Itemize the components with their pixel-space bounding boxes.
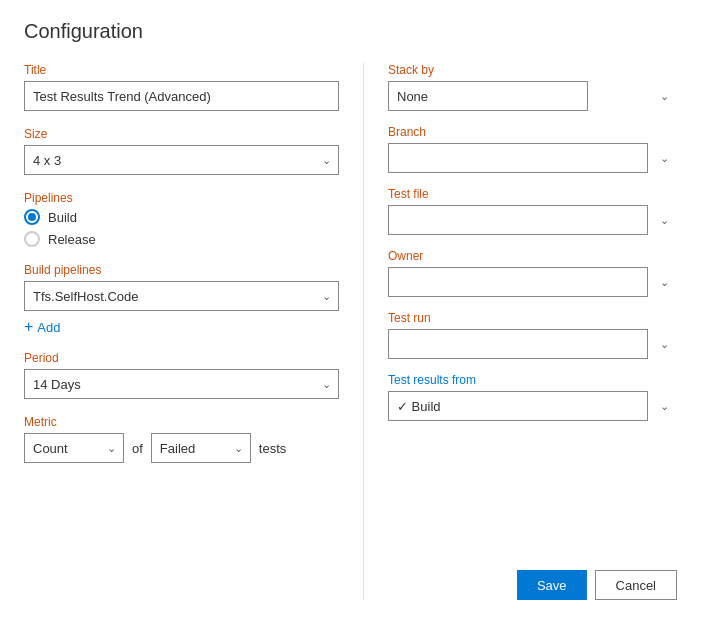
save-button[interactable]: Save xyxy=(517,570,587,600)
period-label: Period xyxy=(24,351,339,365)
pipeline-release-label: Release xyxy=(48,232,96,247)
branch-select-wrapper: ⌄ xyxy=(388,143,677,173)
test-results-from-section: Test results from ✓ Build Release ⌄ xyxy=(388,373,677,421)
test-run-section: Test run ⌄ xyxy=(388,311,677,359)
add-icon: + xyxy=(24,319,33,335)
stack-by-select-wrapper: None Priority Outcome ⌄ xyxy=(388,81,677,111)
owner-section: Owner ⌄ xyxy=(388,249,677,297)
size-select-wrapper: 4 x 3 1 x 1 2 x 1 2 x 2 3 x 2 5 x 4 ⌄ xyxy=(24,145,339,175)
pipeline-build-label: Build xyxy=(48,210,77,225)
test-run-label: Test run xyxy=(388,311,677,325)
metric-count-wrapper: Count Duration ⌄ xyxy=(24,433,124,463)
owner-select-wrapper: ⌄ xyxy=(388,267,677,297)
branch-label: Branch xyxy=(388,125,677,139)
metric-failed-wrapper: Failed Passed Total ⌄ xyxy=(151,433,251,463)
test-run-select[interactable] xyxy=(388,329,648,359)
period-select[interactable]: 14 Days 7 Days 30 Days 60 Days xyxy=(24,369,339,399)
title-label: Title xyxy=(24,63,339,77)
stack-by-chevron-icon: ⌄ xyxy=(660,90,669,103)
size-select[interactable]: 4 x 3 1 x 1 2 x 1 2 x 2 3 x 2 5 x 4 xyxy=(24,145,339,175)
test-run-select-wrapper: ⌄ xyxy=(388,329,677,359)
period-section: Period 14 Days 7 Days 30 Days 60 Days ⌄ xyxy=(24,351,339,399)
pipelines-label: Pipelines xyxy=(24,191,339,205)
test-results-from-select[interactable]: ✓ Build Release xyxy=(388,391,648,421)
build-pipeline-select[interactable]: Tfs.SelfHost.Code xyxy=(24,281,339,311)
title-input[interactable] xyxy=(24,81,339,111)
branch-chevron-icon: ⌄ xyxy=(660,152,669,165)
test-results-from-label: Test results from xyxy=(388,373,677,387)
stack-by-label: Stack by xyxy=(388,63,677,77)
metric-row: Count Duration ⌄ of Failed Passed Total … xyxy=(24,433,339,463)
test-results-from-chevron-icon: ⌄ xyxy=(660,400,669,413)
metric-count-select[interactable]: Count Duration xyxy=(24,433,124,463)
stack-by-section: Stack by None Priority Outcome ⌄ xyxy=(388,63,677,111)
add-label: Add xyxy=(37,320,60,335)
test-run-chevron-icon: ⌄ xyxy=(660,338,669,351)
metric-tests-text: tests xyxy=(259,441,286,456)
cancel-button[interactable]: Cancel xyxy=(595,570,677,600)
pipeline-release-radio[interactable] xyxy=(24,231,40,247)
build-pipelines-section: Build pipelines Tfs.SelfHost.Code ⌄ + Ad… xyxy=(24,263,339,335)
build-pipelines-label: Build pipelines xyxy=(24,263,339,277)
add-pipeline-button[interactable]: + Add xyxy=(24,319,339,335)
metric-section: Metric Count Duration ⌄ of Failed Passed xyxy=(24,415,339,463)
size-field-section: Size 4 x 3 1 x 1 2 x 1 2 x 2 3 x 2 5 x 4… xyxy=(24,127,339,175)
branch-select[interactable] xyxy=(388,143,648,173)
test-file-chevron-icon: ⌄ xyxy=(660,214,669,227)
owner-label: Owner xyxy=(388,249,677,263)
test-file-select[interactable] xyxy=(388,205,648,235)
pipeline-radio-group: Build Release xyxy=(24,209,339,247)
branch-section: Branch ⌄ xyxy=(388,125,677,173)
stack-by-select[interactable]: None Priority Outcome xyxy=(388,81,588,111)
pipeline-build-radio[interactable] xyxy=(24,209,40,225)
period-select-wrapper: 14 Days 7 Days 30 Days 60 Days ⌄ xyxy=(24,369,339,399)
footer-buttons: Save Cancel xyxy=(388,562,677,600)
pipeline-release-option[interactable]: Release xyxy=(24,231,339,247)
metric-failed-select[interactable]: Failed Passed Total xyxy=(151,433,251,463)
page-title: Configuration xyxy=(24,20,677,43)
test-file-select-wrapper: ⌄ xyxy=(388,205,677,235)
metric-of-text: of xyxy=(132,441,143,456)
test-file-label: Test file xyxy=(388,187,677,201)
owner-chevron-icon: ⌄ xyxy=(660,276,669,289)
metric-label: Metric xyxy=(24,415,339,429)
owner-select[interactable] xyxy=(388,267,648,297)
pipelines-section: Pipelines Build Release xyxy=(24,191,339,247)
build-pipeline-select-wrapper: Tfs.SelfHost.Code ⌄ xyxy=(24,281,339,311)
test-results-from-select-wrapper: ✓ Build Release ⌄ xyxy=(388,391,677,421)
title-field-section: Title xyxy=(24,63,339,111)
size-label: Size xyxy=(24,127,339,141)
pipeline-build-option[interactable]: Build xyxy=(24,209,339,225)
test-file-section: Test file ⌄ xyxy=(388,187,677,235)
